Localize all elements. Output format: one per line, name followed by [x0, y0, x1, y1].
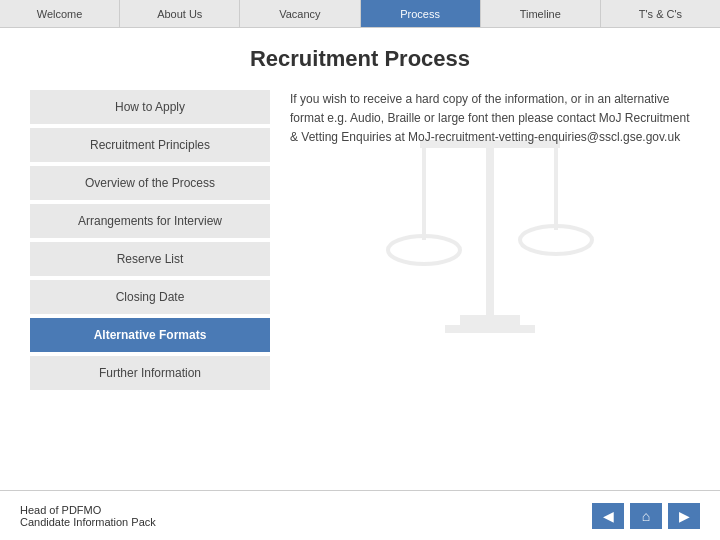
content-area: How to ApplyRecruitment PrinciplesOvervi… — [30, 90, 690, 410]
sidebar-item-3[interactable]: Arrangements for Interview — [30, 204, 270, 238]
main-content: Recruitment Process How to ApplyRecruitm… — [0, 28, 720, 420]
footer-text-block: Head of PDFMO Candidate Information Pack — [20, 504, 156, 528]
nav-item-process[interactable]: Process — [361, 0, 481, 27]
next-button[interactable]: ▶ — [668, 503, 700, 529]
svg-point-5 — [520, 226, 592, 254]
sidebar-item-2[interactable]: Overview of the Process — [30, 166, 270, 200]
sidebar-item-1[interactable]: Recruitment Principles — [30, 128, 270, 162]
page-title: Recruitment Process — [250, 46, 470, 72]
footer-navigation: ◀ ⌂ ▶ — [592, 503, 700, 529]
sidebar-item-6[interactable]: Alternative Formats — [30, 318, 270, 352]
sidebar-item-0[interactable]: How to Apply — [30, 90, 270, 124]
svg-rect-0 — [486, 140, 494, 320]
nav-item-about-us[interactable]: About Us — [120, 0, 240, 27]
right-panel: If you wish to receive a hard copy of th… — [290, 90, 690, 410]
footer-line1: Head of PDFMO — [20, 504, 156, 516]
nav-item-welcome[interactable]: Welcome — [0, 0, 120, 27]
footer: Head of PDFMO Candidate Information Pack… — [0, 490, 720, 540]
panel-description: If you wish to receive a hard copy of th… — [290, 90, 690, 148]
sidebar-item-7[interactable]: Further Information — [30, 356, 270, 390]
nav-item-t-s---c-s[interactable]: T's & C's — [601, 0, 720, 27]
footer-line2: Candidate Information Pack — [20, 516, 156, 528]
sidebar-item-5[interactable]: Closing Date — [30, 280, 270, 314]
svg-rect-6 — [460, 315, 520, 325]
nav-item-vacancy[interactable]: Vacancy — [240, 0, 360, 27]
nav-item-timeline[interactable]: Timeline — [481, 0, 601, 27]
sidebar: How to ApplyRecruitment PrinciplesOvervi… — [30, 90, 270, 410]
svg-rect-7 — [445, 325, 535, 333]
svg-point-3 — [388, 236, 460, 264]
prev-button[interactable]: ◀ — [592, 503, 624, 529]
home-button[interactable]: ⌂ — [630, 503, 662, 529]
top-navigation: WelcomeAbout UsVacancyProcessTimelineT's… — [0, 0, 720, 28]
sidebar-item-4[interactable]: Reserve List — [30, 242, 270, 276]
